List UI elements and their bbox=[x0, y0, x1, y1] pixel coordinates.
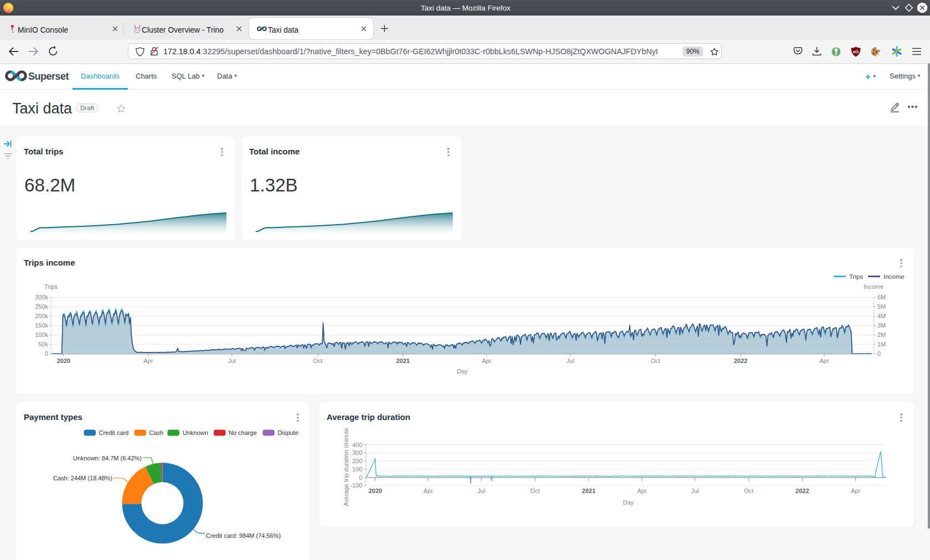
svg-text:0: 0 bbox=[877, 350, 881, 357]
svg-text:Dispute: Dispute bbox=[278, 429, 298, 436]
svg-text:Jul: Jul bbox=[228, 357, 236, 364]
svg-text:Trips: Trips bbox=[849, 273, 863, 280]
svg-text:Apr: Apr bbox=[482, 357, 491, 364]
svg-text:Day: Day bbox=[457, 368, 468, 375]
svg-text:Credit card: Credit card bbox=[99, 429, 129, 436]
svg-text:Apr: Apr bbox=[851, 488, 860, 494]
svg-text:2020: 2020 bbox=[57, 357, 70, 364]
svg-text:Oct: Oct bbox=[650, 357, 660, 364]
svg-text:Jul: Jul bbox=[566, 357, 574, 364]
svg-text:4M: 4M bbox=[877, 313, 886, 319]
svg-text:200k: 200k bbox=[35, 313, 48, 319]
svg-text:2021: 2021 bbox=[582, 488, 595, 494]
svg-text:Jul: Jul bbox=[478, 488, 485, 494]
svg-text:2020: 2020 bbox=[369, 488, 382, 494]
svg-text:2021: 2021 bbox=[396, 357, 410, 364]
svg-text:2M: 2M bbox=[877, 331, 886, 338]
svg-text:Trips: Trips bbox=[44, 283, 58, 290]
svg-text:-100: -100 bbox=[350, 482, 362, 489]
svg-text:6M: 6M bbox=[877, 294, 886, 300]
svg-text:400: 400 bbox=[352, 442, 362, 448]
svg-text:50k: 50k bbox=[38, 341, 48, 348]
svg-text:2022: 2022 bbox=[795, 488, 809, 494]
svg-text:Oct: Oct bbox=[530, 488, 540, 494]
svg-text:Average trip duration (minute: Average trip duration (minute bbox=[343, 428, 349, 506]
svg-text:Income: Income bbox=[884, 273, 905, 280]
svg-text:Jul: Jul bbox=[691, 488, 699, 494]
svg-text:100: 100 bbox=[352, 466, 362, 473]
svg-text:Cash: Cash bbox=[149, 429, 164, 436]
svg-text:0: 0 bbox=[45, 350, 48, 357]
svg-text:Unknown: Unknown bbox=[183, 429, 208, 436]
svg-text:Day: Day bbox=[623, 499, 634, 506]
svg-text:5M: 5M bbox=[877, 303, 886, 310]
svg-text:200: 200 bbox=[352, 458, 362, 464]
svg-text:Apr: Apr bbox=[143, 357, 153, 364]
svg-text:2022: 2022 bbox=[734, 357, 747, 364]
svg-text:Oct: Oct bbox=[744, 488, 753, 494]
svg-text:Unknown: 84.7M (6.42%): Unknown: 84.7M (6.42%) bbox=[73, 455, 142, 462]
svg-text:100k: 100k bbox=[35, 331, 48, 338]
svg-text:Apr: Apr bbox=[819, 357, 829, 364]
svg-text:Apr: Apr bbox=[423, 488, 433, 494]
svg-text:1M: 1M bbox=[877, 341, 886, 348]
svg-text:250k: 250k bbox=[35, 303, 48, 310]
svg-text:uO: uO bbox=[853, 49, 859, 54]
svg-text:300: 300 bbox=[352, 449, 362, 456]
svg-text:Income: Income bbox=[864, 283, 884, 290]
svg-text:300k: 300k bbox=[35, 294, 48, 300]
svg-text:No charge: No charge bbox=[229, 429, 257, 436]
svg-text:Cash: 244M (18.48%): Cash: 244M (18.48%) bbox=[53, 475, 112, 481]
svg-text:Oct: Oct bbox=[313, 357, 322, 364]
svg-text:0: 0 bbox=[359, 474, 362, 481]
svg-text:3M: 3M bbox=[877, 322, 886, 329]
svg-text:150k: 150k bbox=[35, 322, 48, 329]
svg-text:Apr: Apr bbox=[637, 488, 647, 494]
svg-text:Credit card: 984M (74.56%): Credit card: 984M (74.56%) bbox=[206, 532, 281, 539]
